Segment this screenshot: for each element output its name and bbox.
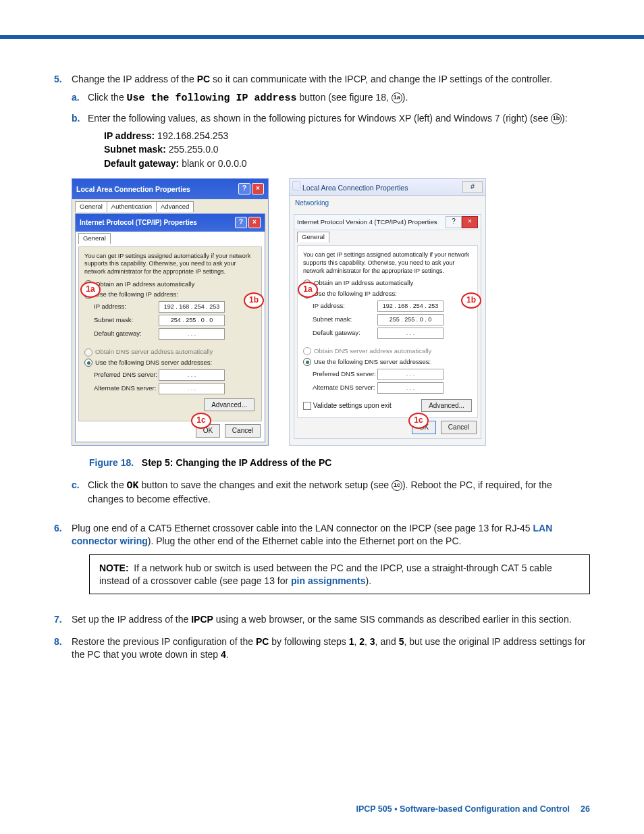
r-use: Use the following IP address:	[95, 290, 178, 299]
circ-1c: 1c	[392, 480, 402, 491]
sa-pre: Click the	[88, 92, 127, 103]
close-icon[interactable]: ×	[462, 216, 478, 228]
gw-input[interactable]: . . .	[159, 328, 225, 340]
adns-input[interactable]: . . .	[377, 382, 444, 394]
sc-ok: OK	[127, 480, 139, 492]
shield-icon	[292, 181, 300, 190]
sc-pre: Click the	[88, 479, 127, 490]
r-auto: Obtain an IP address automatically	[95, 280, 194, 289]
sub-a: a.	[72, 91, 88, 105]
pc-bold: PC	[197, 74, 210, 84]
radio-dns-use[interactable]	[303, 358, 311, 366]
n1: 1	[349, 636, 354, 647]
s7b: using a web browser, or the same SIS com…	[213, 614, 572, 625]
gw-label: Default gateway:	[313, 329, 377, 338]
tab-adv[interactable]: Advanced	[156, 201, 194, 212]
step5-text: Change the IP address of the	[72, 74, 197, 84]
r-auto: Obtain an IP address automatically	[314, 279, 413, 288]
ip-input[interactable]: 192 . 168 . 254 . 253	[159, 301, 225, 313]
cancel-button[interactable]: Cancel	[441, 421, 477, 434]
sub-c: c.	[72, 479, 88, 506]
gw-input[interactable]: . . .	[377, 328, 444, 339]
close-icon[interactable]: ×	[248, 217, 261, 228]
s8b: by following steps	[269, 636, 348, 647]
n2: 2	[359, 636, 365, 647]
adns-label: Alternate DNS server:	[94, 384, 159, 393]
w7-desc: You can get IP settings assigned automat…	[303, 251, 472, 275]
s8dot: .	[226, 649, 229, 660]
sn-val: 255.255.0.0	[166, 144, 219, 155]
step-number: 5.	[54, 73, 72, 513]
sb-text: Enter the following values, as shown in …	[88, 113, 551, 124]
help-icon[interactable]: ?	[235, 217, 247, 228]
tab-auth[interactable]: Authentication	[107, 201, 157, 212]
sa-end: ).	[402, 92, 408, 103]
sn-input[interactable]: 254 . 255 . 0 . 0	[159, 315, 225, 326]
help-icon[interactable]: ?	[238, 183, 250, 194]
callout-1a: 1a	[298, 282, 318, 298]
fig-title: Step 5: Changing the IP Address of the	[142, 457, 319, 468]
note-label: NOTE:	[99, 563, 129, 573]
step-number: 8.	[54, 635, 72, 661]
advanced-button[interactable]: Advanced...	[204, 398, 254, 412]
step-number: 7.	[54, 613, 72, 626]
close-icon[interactable]: ×	[252, 183, 264, 194]
n3: 3	[370, 636, 375, 647]
note-box: NOTE: If a network hub or switch is used…	[89, 554, 590, 595]
radio-dns-auto	[84, 348, 92, 357]
cancel-button[interactable]: Cancel	[225, 424, 261, 438]
dns-auto: Obtain DNS server address automatically	[314, 347, 431, 356]
pin-link[interactable]: pin assignments	[291, 575, 365, 586]
step-number: 6.	[54, 522, 72, 604]
sn-input[interactable]: 255 . 255 . 0 . 0	[377, 314, 444, 325]
validate-checkbox[interactable]	[303, 402, 311, 410]
tab-general-inner[interactable]: General	[297, 232, 329, 242]
ip-lbl: IP address:	[104, 130, 155, 141]
xp-inner-title: Internet Protocol (TCP/IP) Properties	[80, 218, 197, 228]
gw-label: Default gateway:	[94, 330, 159, 338]
s8a: Restore the previous IP configuration of…	[72, 636, 256, 647]
validate-label: Validate settings upon exit	[313, 402, 392, 409]
radio-dns-use[interactable]	[84, 359, 92, 367]
sub-b: b.	[72, 112, 88, 170]
fig-label: Figure 18.	[89, 457, 134, 468]
tab-general-inner[interactable]: General	[78, 233, 111, 244]
note-b: ).	[366, 575, 372, 586]
pdns-label: Preferred DNS server:	[313, 370, 377, 379]
winxp-dialog: Local Area Connection Properties ?× Gene…	[72, 178, 269, 446]
tab-general[interactable]: General	[75, 201, 107, 212]
sc-mid: button to save the changes and exit the …	[139, 479, 392, 490]
radio-dns-auto	[303, 347, 311, 355]
sn-label: Subnet mask:	[313, 315, 377, 324]
sn-label: Subnet mask:	[94, 316, 159, 325]
page-footer: IPCP 505 • Software-based Configuration …	[356, 804, 590, 814]
adns-label: Alternate DNS server:	[313, 384, 377, 392]
dns-use: Use the following DNS server addresses:	[95, 359, 212, 367]
s6b: ). Plug the other end of the Ethernet ca…	[148, 536, 462, 546]
pdns-input[interactable]: . . .	[159, 369, 225, 381]
callout-1b: 1b	[461, 292, 481, 309]
w7-title: Local Area Connection Properties	[302, 184, 408, 192]
callout-1c: 1c	[191, 413, 211, 429]
close-icon[interactable]: #	[462, 181, 483, 193]
ip-label: IP address:	[313, 302, 377, 311]
win7-dialog: Local Area Connection Properties # Netwo…	[289, 178, 486, 446]
s7a: Set up the IP address of the	[72, 614, 191, 625]
figure-caption: Figure 18. Step 5: Changing the IP Addre…	[89, 457, 590, 469]
adns-input[interactable]: . . .	[159, 383, 225, 394]
s6a: Plug one end of a CAT5 Ethernet crossove…	[72, 523, 533, 533]
dns-auto: Obtain DNS server address automatically	[95, 348, 213, 357]
gw-val: blank or 0.0.0.0	[179, 158, 246, 169]
ip-label: IP address:	[94, 303, 159, 311]
step5-text2: so it can communicate with the IPCP, and…	[210, 74, 552, 84]
advanced-button[interactable]: Advanced...	[421, 399, 472, 413]
footer-page: 26	[581, 804, 590, 814]
sa-post: button (see figure 18,	[297, 92, 392, 103]
n4: 4	[221, 649, 226, 660]
sb-end: ):	[562, 113, 568, 124]
ip-input[interactable]: 192 . 168 . 254 . 253	[377, 301, 444, 312]
pdns-input[interactable]: . . .	[377, 369, 444, 380]
callout-1b: 1b	[244, 292, 264, 309]
help-icon[interactable]: ?	[446, 216, 462, 228]
w7-inner-title: Internet Protocol Version 4 (TCP/IPv4) P…	[297, 218, 437, 227]
